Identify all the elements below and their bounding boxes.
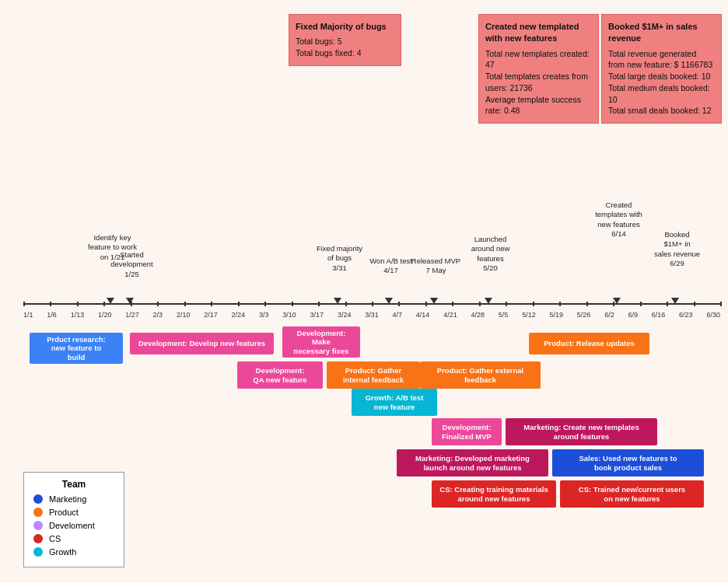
legend-title: Team xyxy=(33,479,114,490)
date-labels: 1/11/61/131/201/272/32/102/172/243/33/10… xyxy=(23,311,720,319)
task-t12: Sales: Used new features to book product… xyxy=(552,449,704,477)
tick-224 xyxy=(238,302,240,306)
event-label-e7: Created templates with new features 6/14 xyxy=(586,201,652,239)
task-t4: Development: QA new feature xyxy=(237,361,323,389)
task-t10: Marketing: Create new templates around f… xyxy=(506,418,657,445)
date-label-428: 4/28 xyxy=(471,311,485,319)
date-label-33: 3/3 xyxy=(259,311,269,319)
card-revenue: Booked $1M+ in sales revenueTotal revenu… xyxy=(601,14,722,124)
card-revenue-line-3: Total small deals booked: 12 xyxy=(608,105,715,117)
tick-55 xyxy=(506,302,507,306)
task-t1: Prduct research: new feature to build xyxy=(30,333,123,364)
date-label-23: 2/3 xyxy=(153,311,163,319)
event-label-e6: Launched around new features 5/20 xyxy=(457,235,523,273)
tick-69 xyxy=(640,302,642,306)
tick-414 xyxy=(425,302,427,306)
event-arrow-e5 xyxy=(430,298,438,304)
event-arrow-e1 xyxy=(107,298,114,304)
tick-317 xyxy=(318,302,320,306)
task-t9: Development: Finalized MVP xyxy=(432,418,502,445)
event-arrow-e2 xyxy=(126,298,134,304)
date-label-616: 6/16 xyxy=(652,311,666,319)
legend-label-cs: CS xyxy=(49,534,61,543)
tick-120 xyxy=(103,302,105,306)
card-templates-line-1: Total templates creates from users: 2173… xyxy=(485,71,592,93)
date-label-120: 1/20 xyxy=(98,311,112,319)
legend-dot-develoment xyxy=(33,521,43,530)
date-label-217: 2/17 xyxy=(204,311,218,319)
date-label-16: 1/6 xyxy=(47,311,57,319)
tick-616 xyxy=(667,302,668,306)
legend: TeamMarketingProductDevelomentCSGrowth xyxy=(23,472,124,567)
tick-47 xyxy=(398,302,400,306)
date-label-512: 5/12 xyxy=(522,311,536,319)
card-templates-line-2: Average template success rate: 0.48 xyxy=(485,94,592,117)
task-t6: Growth: A/B test new feature xyxy=(352,389,437,416)
task-t5: Product: Gather internal feedback xyxy=(327,361,420,389)
date-label-623: 6/23 xyxy=(679,311,693,319)
legend-dot-growth xyxy=(33,547,43,557)
card-revenue-title: Booked $1M+ in sales revenue xyxy=(608,21,715,45)
event-label-e2: Started development 1/25 xyxy=(99,250,165,279)
event-arrow-e8 xyxy=(671,298,679,304)
legend-dot-cs xyxy=(33,534,43,543)
date-label-324: 3/24 xyxy=(338,311,352,319)
legend-label-develoment: Develoment xyxy=(49,521,95,530)
tick-113 xyxy=(77,302,79,306)
tick-630 xyxy=(720,302,722,306)
date-label-414: 4/14 xyxy=(416,311,430,319)
legend-label-marketing: Marketing xyxy=(49,494,86,504)
task-t11: Marketing: Developed marketing launch ar… xyxy=(397,449,548,477)
legend-item-marketing: Marketing xyxy=(33,494,114,504)
date-label-421: 4/21 xyxy=(443,311,457,319)
card-bugs-title: Fixed Majority of bugs xyxy=(296,21,394,33)
tick-324 xyxy=(345,302,347,306)
task-t13: CS: Creating training materials around n… xyxy=(432,480,556,508)
card-revenue-line-2: Total medium deals booked: 10 xyxy=(608,82,715,105)
task-t2: Development: Develop new features xyxy=(130,333,274,354)
date-label-630: 6/30 xyxy=(706,311,720,319)
legend-item-growth: Growth xyxy=(33,547,114,557)
legend-dot-product xyxy=(33,508,43,517)
card-bugs-line-1: Total bugs fixed: 4 xyxy=(296,47,394,59)
card-revenue-line-1: Total large deals booked: 10 xyxy=(608,71,715,82)
legend-dot-marketing xyxy=(33,494,43,504)
card-bugs-line-0: Total bugs: 5 xyxy=(296,36,394,47)
date-label-210: 2/10 xyxy=(177,311,191,319)
card-bugs: Fixed Majority of bugsTotal bugs: 5Total… xyxy=(289,14,401,66)
date-label-310: 3/10 xyxy=(282,311,296,319)
tick-623 xyxy=(694,302,695,306)
date-label-62: 6/2 xyxy=(604,311,614,319)
date-label-69: 6/9 xyxy=(628,311,638,319)
date-label-113: 1/13 xyxy=(71,311,85,319)
card-templates-title: Created new templated with new features xyxy=(485,21,592,45)
date-label-317: 3/17 xyxy=(310,311,324,319)
event-label-e8: Booked $1M+ in sales revenue 6/29 xyxy=(644,230,710,268)
legend-item-cs: CS xyxy=(33,534,114,543)
card-templates: Created new templated with new featuresT… xyxy=(478,14,599,124)
legend-label-product: Product xyxy=(49,508,79,517)
tick-11 xyxy=(23,302,25,306)
date-label-331: 3/31 xyxy=(365,311,379,319)
card-revenue-line-0: Total revenue generated from new feature… xyxy=(608,48,715,71)
task-t3: Development: Make necessary fixes xyxy=(282,326,360,358)
task-t7: Product: Release updates xyxy=(529,333,649,354)
date-label-519: 5/19 xyxy=(549,311,563,319)
task-t14: CS: Trained new/current users on new fea… xyxy=(560,480,704,508)
event-arrow-e4 xyxy=(385,298,393,304)
tick-310 xyxy=(292,302,293,306)
date-label-526: 5/26 xyxy=(577,311,591,319)
date-label-47: 4/7 xyxy=(393,311,403,319)
card-templates-line-0: Total new templates created: 47 xyxy=(485,48,592,71)
tick-217 xyxy=(211,302,212,306)
legend-label-growth: Growth xyxy=(49,547,76,557)
tick-512 xyxy=(533,302,534,306)
event-arrow-e3 xyxy=(334,298,341,304)
tick-33 xyxy=(264,302,266,306)
event-arrow-e7 xyxy=(613,298,621,304)
tick-23 xyxy=(157,302,159,306)
task-t8: Product: Gather external feedback xyxy=(420,361,541,389)
date-label-55: 5/5 xyxy=(499,311,509,319)
tick-331 xyxy=(372,302,373,306)
tick-526 xyxy=(586,302,588,306)
